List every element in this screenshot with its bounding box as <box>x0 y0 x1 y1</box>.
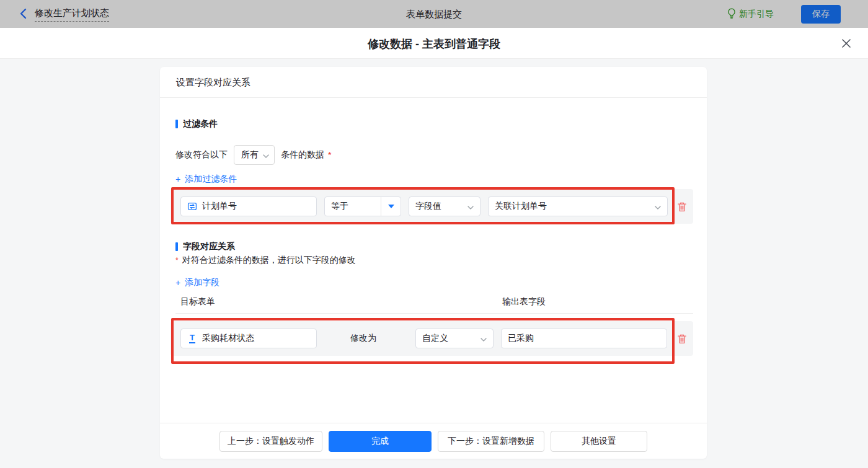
caret-down-icon <box>388 205 394 208</box>
condition-suffix: 条件的数据 <box>281 149 324 161</box>
panel-footer: 上一步：设置触发动作 完成 下一步：设置新增数据 其他设置 <box>160 423 707 459</box>
required-mark: * <box>175 256 179 265</box>
plus-icon: + <box>175 278 180 288</box>
plus-icon: + <box>175 174 180 184</box>
save-button[interactable]: 保存 <box>801 5 841 24</box>
lightbulb-icon <box>727 8 736 20</box>
condition-prefix: 修改符合以下 <box>175 149 228 161</box>
add-filter-condition-label: 添加过滤条件 <box>185 174 237 185</box>
done-button[interactable]: 完成 <box>329 431 432 452</box>
chevron-down-icon <box>467 201 474 211</box>
filter-condition-row: 计划单号 等于 字段值 关联计划单号 <box>170 189 693 224</box>
serial-number-field-icon <box>187 201 197 211</box>
modify-to-label: 修改为 <box>350 333 376 344</box>
mapping-section-label: 字段对应关系 <box>183 241 235 252</box>
trash-icon[interactable] <box>677 201 687 212</box>
value-type-select[interactable]: 字段值 <box>409 196 480 216</box>
chevron-down-icon <box>480 333 487 343</box>
match-mode-value: 所有 <box>241 149 259 161</box>
field-mapping-row: T 采购耗材状态 修改为 自定义 已采购 <box>170 321 693 356</box>
divider <box>175 313 693 314</box>
target-field-select[interactable]: T 采购耗材状态 <box>180 329 317 348</box>
output-value: 已采购 <box>508 333 534 344</box>
text-field-icon: T <box>187 333 197 343</box>
value-type-value: 字段值 <box>415 201 441 212</box>
filter-section-label: 过滤条件 <box>183 118 218 130</box>
output-value-input[interactable]: 已采购 <box>501 329 667 348</box>
prev-step-button[interactable]: 上一步：设置触发动作 <box>219 431 322 452</box>
other-settings-button[interactable]: 其他设置 <box>551 431 647 452</box>
match-mode-select[interactable]: 所有 <box>234 145 275 165</box>
add-field-link[interactable]: + 添加字段 <box>175 277 219 288</box>
beginner-guide-label: 新手引导 <box>739 9 774 20</box>
target-form-column-header: 目标表单 <box>180 296 215 306</box>
add-field-label: 添加字段 <box>185 277 219 288</box>
section-marker <box>175 120 178 128</box>
filter-field-value: 计划单号 <box>202 201 237 212</box>
section-marker <box>175 242 178 251</box>
close-icon[interactable] <box>841 38 852 49</box>
panel-header: 设置字段对应关系 <box>160 67 707 98</box>
required-mark: * <box>328 150 331 160</box>
chevron-down-icon <box>263 150 269 160</box>
trash-icon[interactable] <box>677 333 687 344</box>
compare-value: 关联计划单号 <box>495 201 547 212</box>
next-step-button[interactable]: 下一步：设置新增数据 <box>438 431 544 452</box>
beginner-guide-link[interactable]: 新手引导 <box>727 8 774 20</box>
add-filter-condition-link[interactable]: + 添加过滤条件 <box>175 174 237 185</box>
filter-section-title: 过滤条件 <box>175 118 218 130</box>
mapping-note-line: * 对符合过滤条件的数据，进行以下字段的修改 <box>175 254 356 267</box>
output-type-select[interactable]: 自定义 <box>415 329 494 348</box>
modal-title: 修改数据 - 主表到普通字段 <box>0 37 868 51</box>
target-field-value: 采购耗材状态 <box>202 333 254 344</box>
chevron-down-icon <box>655 201 661 211</box>
compare-value-select[interactable]: 关联计划单号 <box>488 196 668 216</box>
mapping-section-title: 字段对应关系 <box>175 241 235 252</box>
operator-caret-zone[interactable] <box>381 197 401 216</box>
operator-value: 等于 <box>325 201 381 212</box>
output-field-column-header: 输出表字段 <box>502 296 546 307</box>
modal-body: 设置字段对应关系 过滤条件 修改符合以下 所有 条件的数据 * + 添加过滤条件 <box>0 59 868 468</box>
mapping-column-headers: 目标表单 输出表字段 <box>180 296 693 307</box>
filter-field-select[interactable]: 计划单号 <box>180 196 317 216</box>
mapping-note: 对符合过滤条件的数据，进行以下字段的修改 <box>182 255 356 266</box>
settings-panel: 设置字段对应关系 过滤条件 修改符合以下 所有 条件的数据 * + 添加过滤条件 <box>160 67 707 459</box>
operator-select[interactable]: 等于 <box>324 196 401 216</box>
modal-header: 修改数据 - 主表到普通字段 <box>0 28 868 59</box>
filter-condition-line: 修改符合以下 所有 条件的数据 * <box>175 145 331 165</box>
output-type-value: 自定义 <box>422 333 448 344</box>
top-bar: 修改生产计划状态 表单数据提交 新手引导 保存 <box>0 0 868 28</box>
